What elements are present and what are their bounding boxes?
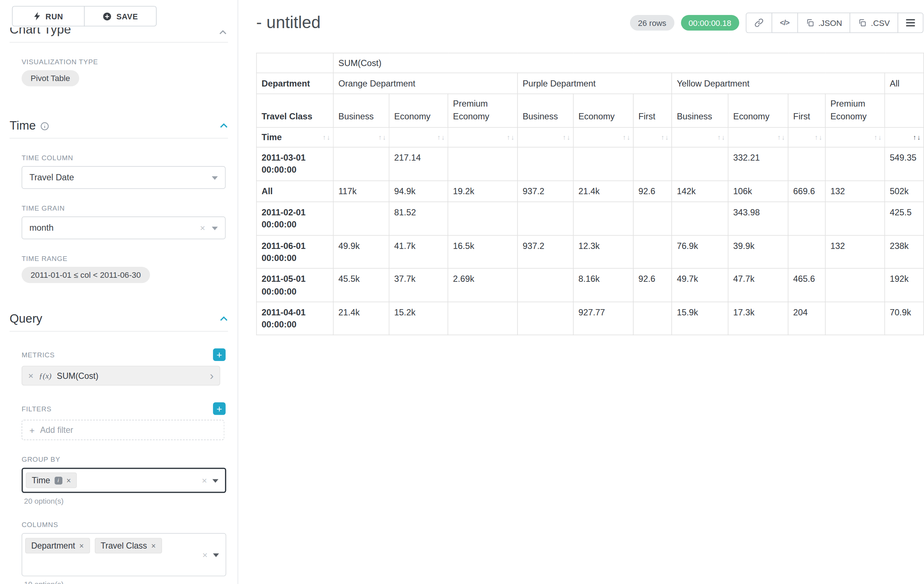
time-grain-label: TIME GRAIN — [21, 204, 226, 212]
time-column-select[interactable]: Travel Date — [21, 166, 226, 189]
column-info-icon[interactable]: i — [54, 476, 62, 484]
pivot-value-cell: 16.5k — [448, 235, 518, 268]
sort-toggle-icon[interactable]: ↑↓ — [622, 133, 631, 142]
sort-toggle-icon[interactable]: ↑↓ — [777, 133, 785, 142]
query-section-header[interactable]: Query — [10, 311, 228, 326]
sort-toggle-icon[interactable]: ↑↓ — [322, 133, 330, 142]
chevron-up-icon[interactable] — [219, 123, 228, 128]
remove-metric-icon[interactable]: × — [28, 370, 33, 381]
sort-descending-icon[interactable]: ↑↓ — [912, 133, 921, 142]
sort-toggle-icon[interactable]: ↑↓ — [661, 133, 669, 142]
sort-toggle-icon[interactable]: ↑↓ — [814, 133, 822, 142]
pivot-sort-cell[interactable]: ↑↓ — [728, 127, 788, 148]
selected-chip[interactable]: Travel Class× — [95, 538, 162, 554]
pivot-sort-cell[interactable]: ↑↓ — [672, 127, 728, 148]
lightning-icon — [34, 12, 41, 20]
metric-chip[interactable]: × ƒ(x) SUM(Cost) › — [21, 366, 220, 385]
pivot-value-cell — [448, 148, 518, 181]
chart-type-section-header[interactable]: Chart Type — [10, 28, 228, 37]
filters-label: FILTERS — [21, 405, 213, 413]
pivot-sort-cell[interactable]: ↑↓ — [389, 127, 448, 148]
pivot-column-group: Purple Department — [518, 73, 672, 94]
pivot-sort-cell[interactable]: ↑↓ — [825, 127, 885, 148]
clear-icon[interactable]: × — [201, 475, 207, 485]
pivot-data-row: 2011-04-01 00:00:0021.4k15.2k927.7715.9k… — [256, 302, 924, 335]
pivot-sort-cell[interactable]: ↑↓ — [788, 127, 825, 148]
visualization-type-pill[interactable]: Pivot Table — [21, 70, 79, 86]
pivot-axis-time[interactable]: Time↑↓ — [256, 127, 333, 148]
pivot-value-cell: 70.9k — [884, 302, 924, 335]
pivot-value-cell: 94.9k — [389, 181, 448, 202]
pivot-value-cell: 39.9k — [728, 235, 788, 268]
time-range-pill[interactable]: 2011-01-01 ≤ col < 2011-06-30 — [21, 267, 150, 283]
pivot-value-cell — [573, 202, 633, 235]
sort-toggle-icon[interactable]: ↑↓ — [717, 133, 725, 142]
export-json-button[interactable]: .JSON — [797, 12, 851, 33]
pivot-sort-cell[interactable]: ↑↓ — [448, 127, 518, 148]
chart-type-heading: Chart Type — [10, 28, 228, 37]
pivot-value-cell — [633, 302, 672, 335]
pivot-value-cell — [788, 235, 825, 268]
remove-chip-icon[interactable]: × — [151, 541, 155, 550]
menu-button[interactable] — [898, 12, 924, 33]
caret-down-icon — [212, 176, 218, 180]
time-grain-select[interactable]: month × — [21, 216, 226, 239]
group-by-select[interactable]: Timei× × — [21, 467, 226, 493]
pivot-column-group: Yellow Department — [672, 73, 884, 94]
pivot-axis-travel-class: Travel Class — [256, 94, 333, 127]
pivot-corner-cell — [256, 53, 333, 73]
pivot-column-label — [884, 94, 924, 127]
selected-chip[interactable]: Department× — [25, 538, 90, 554]
pivot-value-cell: 17.3k — [728, 302, 788, 335]
add-metric-button[interactable]: + — [213, 348, 226, 361]
chevron-up-icon — [219, 30, 227, 35]
info-icon — [40, 122, 49, 131]
chart-area: - untitled 26 rows 00:00:00.18 </> .J — [238, 0, 924, 584]
pivot-sort-cell[interactable]: ↑↓ — [884, 127, 924, 148]
add-filter-plus-button[interactable]: + — [213, 402, 226, 415]
pivot-value-cell: 465.6 — [788, 269, 825, 302]
add-filter-button[interactable]: + Add filter — [21, 420, 224, 440]
clear-icon[interactable]: × — [202, 550, 208, 560]
run-button[interactable]: RUN — [12, 6, 85, 26]
copy-link-button[interactable] — [746, 12, 772, 33]
caret-down-icon — [213, 479, 218, 483]
pivot-sort-cell[interactable]: ↑↓ — [333, 127, 389, 148]
pivot-row-label: 2011-03-01 00:00:00 — [256, 148, 333, 181]
remove-chip-icon[interactable]: × — [66, 476, 71, 485]
sort-toggle-icon[interactable]: ↑↓ — [562, 133, 571, 142]
pivot-sort-cell[interactable]: ↑↓ — [633, 127, 672, 148]
run-button-label: RUN — [46, 12, 63, 21]
pivot-row-label: 2011-02-01 00:00:00 — [256, 202, 333, 235]
pivot-sort-cell[interactable]: ↑↓ — [573, 127, 633, 148]
time-range-label: TIME RANGE — [21, 255, 226, 262]
time-section-header[interactable]: Time — [10, 118, 228, 133]
sort-toggle-icon[interactable]: ↑↓ — [874, 133, 882, 142]
selected-chip[interactable]: Timei× — [26, 473, 77, 489]
export-csv-label: .CSV — [871, 18, 890, 27]
chevron-up-icon[interactable] — [219, 316, 228, 321]
sort-toggle-icon[interactable]: ↑↓ — [437, 133, 445, 142]
embed-code-button[interactable]: </> — [771, 12, 798, 33]
pivot-value-cell: 425.5 — [884, 202, 924, 235]
pivot-value-cell: 132 — [825, 235, 885, 268]
pivot-value-cell: 332.21 — [728, 148, 788, 181]
pivot-value-cell: 238k — [884, 235, 924, 268]
clear-icon[interactable]: × — [200, 223, 205, 233]
remove-chip-icon[interactable]: × — [79, 541, 84, 550]
pivot-value-cell: 669.6 — [788, 181, 825, 202]
pivot-value-cell — [448, 202, 518, 235]
pivot-sort-cell[interactable]: ↑↓ — [518, 127, 573, 148]
pivot-value-cell: 217.14 — [389, 148, 448, 181]
columns-select[interactable]: Department×Travel Class× × — [21, 533, 226, 576]
pivot-axis-department: Department — [256, 73, 333, 94]
copy-icon — [858, 19, 867, 27]
save-button[interactable]: SAVE — [84, 6, 157, 26]
pivot-value-cell: 37.7k — [389, 269, 448, 302]
chip-label: Time — [32, 475, 50, 485]
export-csv-button[interactable]: .CSV — [850, 12, 898, 33]
metric-name: SUM(Cost) — [57, 371, 99, 380]
chart-title[interactable]: - untitled — [256, 13, 320, 33]
sort-toggle-icon[interactable]: ↑↓ — [507, 133, 515, 142]
sort-toggle-icon[interactable]: ↑↓ — [378, 133, 386, 142]
